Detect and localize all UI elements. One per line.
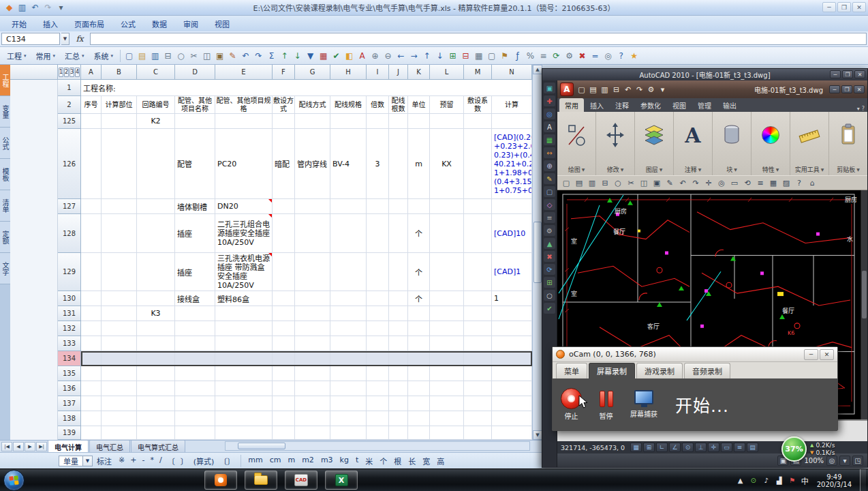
cell[interactable] xyxy=(215,426,273,440)
drawing-vscroll-thumb[interactable] xyxy=(862,271,867,318)
sidebar-tab[interactable]: 定额 xyxy=(0,222,10,253)
cell[interactable] xyxy=(389,351,408,366)
cell[interactable] xyxy=(102,411,137,426)
grid-toggle[interactable]: ⊞ xyxy=(643,443,655,452)
cell[interactable] xyxy=(295,253,330,291)
qsave-icon[interactable]: ▥ xyxy=(599,84,610,95)
cell[interactable] xyxy=(389,426,408,440)
vscroll-thumb[interactable] xyxy=(533,222,542,283)
cell[interactable]: 个 xyxy=(408,291,430,306)
field-header-cell[interactable]: 敷设系数 xyxy=(464,96,492,114)
unit-button[interactable]: cm xyxy=(266,455,285,467)
cell[interactable] xyxy=(389,253,408,291)
cell[interactable] xyxy=(137,411,175,426)
cell[interactable] xyxy=(175,114,215,129)
unit-button[interactable]: t xyxy=(352,455,362,467)
home-icon[interactable]: ⌂ xyxy=(806,177,818,189)
cell[interactable] xyxy=(175,381,215,396)
column-header[interactable]: N xyxy=(492,65,532,80)
orbit-icon[interactable]: ◎ xyxy=(715,177,728,189)
cell[interactable] xyxy=(367,321,389,336)
cell[interactable] xyxy=(273,291,295,306)
paste-icon[interactable]: ▣ xyxy=(651,177,663,189)
panel-modify[interactable]: 修改▼ xyxy=(596,112,635,175)
cell[interactable] xyxy=(81,114,102,129)
cad-ribbon-tab[interactable]: 输出 xyxy=(717,98,742,112)
cell[interactable] xyxy=(215,321,273,336)
cell[interactable] xyxy=(408,321,430,336)
about-icon[interactable]: ★ xyxy=(627,49,640,62)
column-header[interactable]: H xyxy=(330,65,367,80)
cell[interactable] xyxy=(330,366,367,381)
grid-hscrollbar[interactable] xyxy=(225,441,530,451)
cell[interactable] xyxy=(464,214,492,253)
row-header[interactable]: 138 xyxy=(58,411,81,426)
cell[interactable] xyxy=(464,253,492,291)
poly-icon[interactable]: ◇ xyxy=(544,199,555,210)
ribbon-minimize-icon[interactable]: ▾ xyxy=(857,106,860,112)
pan-icon[interactable]: ✛ xyxy=(702,177,715,189)
cell[interactable] xyxy=(389,396,408,411)
cell[interactable] xyxy=(408,336,430,351)
row-header[interactable]: 137 xyxy=(58,396,81,411)
cell[interactable] xyxy=(367,426,389,440)
cell[interactable] xyxy=(175,396,215,411)
cell[interactable] xyxy=(430,396,464,411)
cell[interactable]: 1 xyxy=(492,291,532,306)
print-icon[interactable]: ⊟ xyxy=(161,49,174,62)
refresh-icon[interactable]: ⟳ xyxy=(550,49,563,62)
unit-button[interactable]: 个 xyxy=(376,455,390,467)
matchprop-icon[interactable]: ✎ xyxy=(664,177,676,189)
flag-icon[interactable]: ⚑ xyxy=(498,49,511,62)
cell[interactable] xyxy=(137,253,175,291)
cad-ribbon-tab[interactable]: 管理 xyxy=(692,98,717,112)
filter-icon[interactable]: ▼ xyxy=(304,49,317,62)
formula-input[interactable] xyxy=(90,33,867,45)
cell[interactable] xyxy=(273,381,295,396)
open-icon[interactable]: ▤ xyxy=(136,49,149,62)
column-header[interactable]: A xyxy=(81,65,102,80)
zoom-window-icon[interactable]: ▭ xyxy=(728,177,741,189)
cell[interactable] xyxy=(492,199,532,214)
field-header-cell[interactable]: 配线根数 xyxy=(389,96,408,114)
sort-desc-icon[interactable]: ↓ xyxy=(291,49,304,62)
sidebar-tab[interactable]: 公式 xyxy=(0,128,10,159)
circle-icon[interactable]: ○ xyxy=(544,290,555,301)
doc-restore-button[interactable]: ❐ xyxy=(841,85,852,93)
cell[interactable] xyxy=(367,396,389,411)
cell[interactable] xyxy=(295,199,330,214)
cell[interactable] xyxy=(81,396,102,411)
cell[interactable] xyxy=(408,306,430,321)
equals-icon[interactable]: = xyxy=(589,49,602,62)
panel-properties[interactable]: 特性▼ xyxy=(751,112,790,175)
field-header-cell[interactable]: 序号 xyxy=(81,96,102,114)
sort-asc-icon[interactable]: ↑ xyxy=(278,49,291,62)
minimize-button[interactable]: ─ xyxy=(822,2,836,12)
combo-dropdown-icon[interactable]: ▼ xyxy=(83,456,93,466)
qp-toggle[interactable]: ▤ xyxy=(747,443,758,452)
cell[interactable] xyxy=(273,199,295,214)
net-speed-widget[interactable]: 37% ▲0.2K/s ▼0.1K/s xyxy=(781,436,835,462)
column-header[interactable]: L xyxy=(430,65,464,80)
lwt-toggle[interactable]: ≡ xyxy=(734,443,745,452)
cell[interactable] xyxy=(215,336,273,351)
cell[interactable] xyxy=(102,321,137,336)
cell[interactable] xyxy=(492,321,532,336)
cell[interactable] xyxy=(492,366,532,381)
cell[interactable] xyxy=(175,351,215,366)
open-icon[interactable]: ▤ xyxy=(573,177,585,189)
row-header[interactable]: 125 xyxy=(58,114,81,129)
column-header[interactable]: G xyxy=(295,65,330,80)
symbol-button[interactable]: * xyxy=(147,455,157,467)
cell[interactable] xyxy=(102,426,137,440)
panel-block[interactable]: 块▼ xyxy=(713,112,751,175)
taskbar-explorer[interactable] xyxy=(245,471,277,490)
show-desktop-button[interactable] xyxy=(860,469,866,491)
cell[interactable]: 暗配 xyxy=(273,129,295,199)
cell[interactable] xyxy=(81,214,102,253)
cell[interactable]: 配管 xyxy=(175,129,215,199)
cell[interactable] xyxy=(367,351,389,366)
panel-layers[interactable]: 图层▼ xyxy=(635,112,674,175)
sidebar-tab[interactable]: 模板 xyxy=(0,159,10,190)
doc-minimize-button[interactable]: ─ xyxy=(829,85,840,93)
